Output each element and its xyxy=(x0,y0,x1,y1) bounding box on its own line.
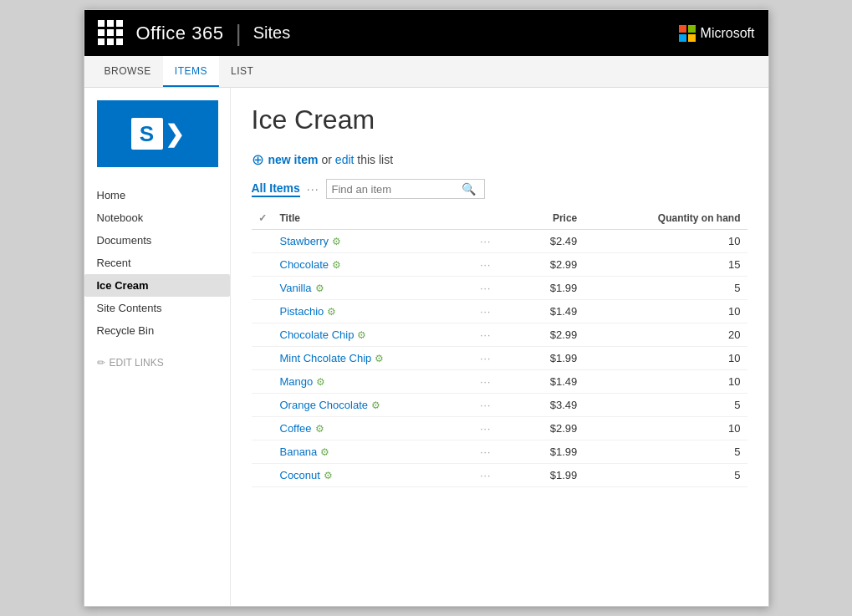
row-qty: 15 xyxy=(584,253,747,277)
row-qty: 5 xyxy=(584,464,747,487)
row-dots-cell: ··· xyxy=(473,277,514,300)
row-check xyxy=(252,464,273,487)
item-gear-icon[interactable]: ⚙ xyxy=(332,259,341,271)
row-title: Chocolate Chip ⚙ xyxy=(273,323,474,347)
sidebar-item-home[interactable]: Home xyxy=(84,184,230,206)
table-row: Orange Chocolate ⚙ ··· $3.49 5 xyxy=(252,394,747,417)
row-title: Coffee ⚙ xyxy=(273,417,474,440)
tab-items[interactable]: ITEMS xyxy=(163,56,219,87)
sidebar-item-documents[interactable]: Documents xyxy=(84,229,230,252)
item-name-text[interactable]: Chocolate xyxy=(280,258,329,271)
row-check xyxy=(252,323,273,347)
row-check xyxy=(252,277,273,300)
row-price: $3.49 xyxy=(515,394,584,417)
row-options-button[interactable]: ··· xyxy=(480,376,491,388)
edit-list-link[interactable]: edit xyxy=(335,153,355,166)
table-row: Pistachio ⚙ ··· $1.49 10 xyxy=(252,300,747,323)
row-qty: 5 xyxy=(584,440,747,464)
row-title: Stawberry ⚙ xyxy=(273,230,474,253)
row-check xyxy=(252,230,273,253)
sidebar-item-site-contents[interactable]: Site Contents xyxy=(84,297,230,319)
tab-browse[interactable]: BROWSE xyxy=(93,56,163,87)
item-gear-icon[interactable]: ⚙ xyxy=(320,446,329,458)
row-title: Vanilla ⚙ xyxy=(273,277,474,300)
row-options-button[interactable]: ··· xyxy=(480,236,491,247)
item-gear-icon[interactable]: ⚙ xyxy=(316,376,325,388)
row-qty: 10 xyxy=(584,300,747,323)
ms-label: Microsoft xyxy=(701,26,755,41)
sidebar-item-ice-cream[interactable]: Ice Cream xyxy=(84,274,230,297)
item-name-text[interactable]: Vanilla xyxy=(280,282,312,294)
item-gear-icon[interactable]: ⚙ xyxy=(375,353,384,364)
tab-list[interactable]: LIST xyxy=(219,56,265,87)
row-check xyxy=(252,300,273,323)
new-item-bar: ⊕ new item or edit this list xyxy=(252,150,747,169)
table-row: Chocolate ⚙ ··· $2.99 15 xyxy=(252,253,747,277)
row-options-button[interactable]: ··· xyxy=(480,400,491,411)
top-divider: | xyxy=(235,20,241,47)
item-name-text[interactable]: Stawberry xyxy=(280,235,329,247)
item-gear-icon[interactable]: ⚙ xyxy=(357,329,366,341)
search-icon[interactable]: 🔍 xyxy=(462,182,476,196)
row-title: Mint Chcolate Chip ⚙ xyxy=(273,347,474,370)
item-name-text[interactable]: Banana xyxy=(280,445,318,458)
row-options-button[interactable]: ··· xyxy=(480,353,491,364)
edit-links-label: EDIT LINKS xyxy=(110,357,164,369)
row-check xyxy=(252,440,273,464)
items-table: ✓ Title Price Quantity on hand Stawberry… xyxy=(252,207,747,487)
main-window: Office 365 | Sites Microsoft BROWSE ITEM… xyxy=(84,9,769,607)
sidebar-nav: Home Notebook Documents Recent Ice Cream… xyxy=(84,184,230,342)
item-name-text[interactable]: Mint Chcolate Chip xyxy=(280,352,372,364)
row-dots-cell: ··· xyxy=(473,253,514,277)
view-options-button[interactable]: ··· xyxy=(307,182,319,196)
edit-links-button[interactable]: ✏ EDIT LINKS xyxy=(84,349,230,377)
row-options-button[interactable]: ··· xyxy=(480,283,491,294)
row-dots-cell: ··· xyxy=(473,230,514,253)
ms-grid-icon xyxy=(679,25,696,42)
row-title: Chocolate ⚙ xyxy=(273,253,474,277)
microsoft-logo: Microsoft xyxy=(679,25,755,42)
this-list-label: this list xyxy=(354,153,393,166)
table-row: Vanilla ⚙ ··· $1.99 5 xyxy=(252,277,747,300)
item-gear-icon[interactable]: ⚙ xyxy=(327,306,336,318)
waffle-button[interactable] xyxy=(98,20,125,47)
item-gear-icon[interactable]: ⚙ xyxy=(315,423,324,435)
row-dots-cell: ··· xyxy=(473,323,514,347)
item-gear-icon[interactable]: ⚙ xyxy=(332,236,341,247)
item-name-text[interactable]: Mango xyxy=(280,375,314,388)
item-name-text[interactable]: Chocolate Chip xyxy=(280,328,355,341)
row-qty: 10 xyxy=(584,417,747,440)
table-row: Chocolate Chip ⚙ ··· $2.99 20 xyxy=(252,323,747,347)
sidebar-item-recycle-bin[interactable]: Recycle Bin xyxy=(84,319,230,342)
row-options-button[interactable]: ··· xyxy=(480,306,491,318)
table-row: Mint Chcolate Chip ⚙ ··· $1.99 10 xyxy=(252,347,747,370)
item-name-text[interactable]: Coconut xyxy=(280,469,320,481)
row-title: Orange Chocolate ⚙ xyxy=(273,394,474,417)
search-box: 🔍 xyxy=(326,179,485,199)
new-item-link[interactable]: new item xyxy=(268,153,319,166)
item-name-text[interactable]: Coffee xyxy=(280,422,312,435)
sidebar-item-notebook[interactable]: Notebook xyxy=(84,206,230,229)
row-options-button[interactable]: ··· xyxy=(480,470,491,481)
sidebar-item-recent[interactable]: Recent xyxy=(84,252,230,274)
row-dots-cell: ··· xyxy=(473,440,514,464)
item-gear-icon[interactable]: ⚙ xyxy=(371,400,380,411)
row-options-button[interactable]: ··· xyxy=(480,329,491,341)
search-input[interactable] xyxy=(332,183,462,196)
item-name-text[interactable]: Pistachio xyxy=(280,305,324,318)
row-dots-cell: ··· xyxy=(473,464,514,487)
all-items-link[interactable]: All Items xyxy=(252,181,300,197)
row-options-button[interactable]: ··· xyxy=(480,423,491,435)
sharepoint-logo: S ❯ xyxy=(97,100,218,167)
item-gear-icon[interactable]: ⚙ xyxy=(324,470,333,481)
row-price: $1.49 xyxy=(515,300,584,323)
item-gear-icon[interactable]: ⚙ xyxy=(315,283,324,294)
table-row: Mango ⚙ ··· $1.49 10 xyxy=(252,370,747,394)
row-price: $1.99 xyxy=(515,347,584,370)
row-options-button[interactable]: ··· xyxy=(480,259,491,271)
row-qty: 10 xyxy=(584,230,747,253)
row-title: Mango ⚙ xyxy=(273,370,474,394)
row-options-button[interactable]: ··· xyxy=(480,446,491,458)
row-price: $2.49 xyxy=(515,230,584,253)
item-name-text[interactable]: Orange Chocolate xyxy=(280,399,369,411)
